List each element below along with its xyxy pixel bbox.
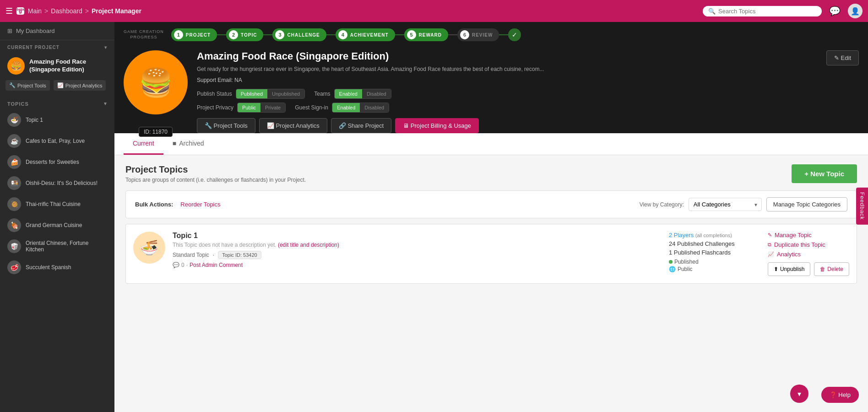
manage-categories-btn[interactable]: Manage Topic Categories (766, 197, 847, 211)
project-analytics-action-btn[interactable]: 📈 Project Analytics (259, 118, 327, 133)
privacy-item: Project Privacy Public Private (197, 103, 286, 113)
progress-step[interactable]: 5REWARD (404, 28, 448, 41)
sidebar-topics-list: 🍜Topic 1☕Cafes to Eat, Pray, Love🍰Desser… (0, 109, 114, 278)
breadcrumb-main[interactable]: Main (28, 7, 42, 15)
publish-toggle: Published Unpublished (236, 89, 305, 99)
post-admin-comment-link[interactable]: Post Admin Comment (190, 262, 243, 268)
breadcrumb-dashboard[interactable]: Dashboard (51, 7, 82, 15)
unpublish-topic-btn[interactable]: ⬆ Unpublish (768, 262, 810, 276)
reorder-topics-link[interactable]: Reorder Topics (180, 201, 220, 208)
analytics-icon: 📈 (768, 251, 774, 257)
comment-count: 0 (181, 262, 184, 268)
top-navigation: ☰ g beta Main > Dashboard > Project Mana… (0, 0, 868, 22)
chat-icon[interactable]: 💬 (829, 5, 841, 16)
breadcrumb-sep1: > (44, 7, 48, 15)
project-analytics-label: Project Analytics (65, 83, 103, 88)
topics-header-row: Project Topics Topics are groups of cont… (125, 164, 857, 183)
content-area: GAME CREATION PROGRESS 1PROJECT2TOPIC3CH… (114, 22, 868, 412)
new-topic-button[interactable]: + New Topic (792, 164, 857, 183)
guest-disabled-btn[interactable]: Disabled (360, 103, 389, 112)
project-billing-btn[interactable]: 🖥 Project Billing & Usage (395, 118, 479, 133)
topic-type: Standard Topic (173, 252, 209, 258)
delete-topic-btn[interactable]: 🗑 Delete (814, 262, 849, 276)
logo-badge: g beta (16, 7, 24, 15)
current-project-label: CURRENT PROJECT (7, 45, 60, 50)
guest-toggle: Enabled Disabled (332, 103, 389, 113)
sidebar-topic-item[interactable]: 🍜Topic 1 (0, 109, 114, 130)
bulk-actions-bar: Bulk Actions: Reorder Topics View by Cat… (125, 190, 857, 218)
stat-players: 2 Players (all completions) (669, 232, 760, 239)
search-input[interactable] (718, 8, 816, 15)
project-name: Amazing Food Race (Singapore Edition) (29, 58, 107, 74)
step-connector (395, 34, 404, 35)
comment-icon: 💬 (173, 262, 179, 268)
analytics-link[interactable]: 📈 Analytics (768, 251, 849, 258)
step-connector-final (499, 34, 508, 35)
project-id-badge: ID: 11870 (139, 127, 173, 137)
step-connector (448, 34, 457, 35)
teams-disabled-btn[interactable]: Disabled (362, 89, 391, 98)
duplicate-icon: ⧉ (768, 242, 771, 248)
topic-comment: 💬 0 · Post Admin Comment (173, 262, 662, 268)
topic-card-thumbnail: 🍜 (133, 232, 165, 264)
progress-step[interactable]: 1PROJECT (171, 28, 217, 41)
progress-step[interactable]: 6REVIEW (457, 28, 499, 41)
scroll-down-btn[interactable]: ▾ (790, 385, 808, 403)
progress-step[interactable]: 2TOPIC (226, 28, 263, 41)
stat-challenges: 24 Published Challenges (669, 240, 760, 247)
guest-enabled-btn[interactable]: Enabled (332, 103, 360, 112)
share-project-btn[interactable]: 🔗 Share Project (331, 118, 391, 133)
search-box: 🔍 (703, 6, 822, 16)
project-info: 🍔 ID: 11870 Amazing Food Race (Singapore… (114, 41, 868, 133)
duplicate-topic-link[interactable]: ⧉ Duplicate this Topic (768, 241, 849, 248)
edit-title-description-link[interactable]: (edit title and description) (278, 242, 339, 248)
progress-step[interactable]: 4ACHIEVEMENT (336, 28, 395, 41)
project-analytics-btn[interactable]: 📈 Project Analytics (54, 80, 106, 91)
feedback-tab[interactable]: Feedback (856, 188, 868, 225)
category-filter: View by Category: All Categories Manage … (640, 197, 847, 211)
current-project-header: CURRENT PROJECT ▾ (0, 40, 114, 54)
project-tools-label: Project Tools (17, 83, 46, 88)
teams-item: Teams Enabled Disabled (314, 89, 391, 99)
progress-step[interactable]: 3CHALLENGE (272, 28, 326, 41)
chevron-icon: ▾ (104, 45, 107, 50)
archived-icon: ■ (173, 140, 176, 147)
sidebar-topic-item[interactable]: 🥩Succulent Spanish (0, 257, 114, 278)
unpublished-btn[interactable]: Unpublished (267, 89, 304, 98)
project-tools-btn[interactable]: 🔧 Project Tools (5, 80, 50, 91)
public-btn[interactable]: Public (238, 103, 260, 112)
tools-icon: 🔧 (9, 82, 16, 88)
manage-topic-link[interactable]: ✎ Manage Topic (768, 232, 849, 239)
sidebar-topic-item[interactable]: 🍰Desserts for Sweeties (0, 152, 114, 173)
upload-icon: ⬆ (774, 266, 778, 272)
topics-title-area: Project Topics Topics are groups of cont… (125, 164, 306, 183)
edit-project-btn[interactable]: ✎ Edit (826, 50, 859, 65)
project-thumbnail: 🍔 (7, 57, 25, 75)
category-select[interactable]: All Categories (689, 198, 762, 211)
avatar[interactable]: 👤 (848, 4, 863, 18)
teams-label: Teams (314, 91, 330, 97)
guest-signin-item: Guest Sign-in Enabled Disabled (295, 103, 389, 113)
project-tools-action-btn[interactable]: 🔧 Project Tools (197, 118, 255, 133)
sidebar-topic-item[interactable]: 🍱Oishii-Desu: It's So Delicious! (0, 173, 114, 194)
teams-enabled-btn[interactable]: Enabled (335, 89, 362, 98)
view-by-category-label: View by Category: (640, 201, 684, 208)
stat-flashcards: 1 Published Flashcards (669, 249, 760, 256)
private-btn[interactable]: Private (260, 103, 285, 112)
topic-stats: 2 Players (all completions) 24 Published… (669, 232, 760, 272)
help-btn[interactable]: ❓ Help (821, 387, 859, 403)
project-details: Amazing Food Race (Singapore Edition) Ge… (197, 50, 817, 133)
hamburger-menu-icon[interactable]: ☰ (5, 6, 13, 16)
sidebar-topic-item[interactable]: 🥡Oriental Chinese, Fortune Kitchen (0, 236, 114, 257)
sidebar-topic-item[interactable]: 🥘Thai-rrific Thai Cuisine (0, 194, 114, 215)
published-btn[interactable]: Published (236, 89, 267, 98)
analytics-icon: 📈 (57, 82, 64, 88)
progress-bar: GAME CREATION PROGRESS 1PROJECT2TOPIC3CH… (114, 22, 868, 41)
sidebar-my-dashboard[interactable]: ⊞ My Dashboard (0, 22, 114, 40)
sidebar-topic-item[interactable]: ☕Cafes to Eat, Pray, Love (0, 130, 114, 152)
main-layout: ⊞ My Dashboard CURRENT PROJECT ▾ 🍔 Amazi… (0, 22, 868, 412)
progress-check[interactable]: ✓ (508, 28, 521, 41)
globe-icon: 🌐 (669, 266, 676, 272)
sidebar-topic-item[interactable]: 🍖Grand German Cuisine (0, 215, 114, 236)
project-title: Amazing Food Race (Singapore Edition) (197, 50, 817, 62)
